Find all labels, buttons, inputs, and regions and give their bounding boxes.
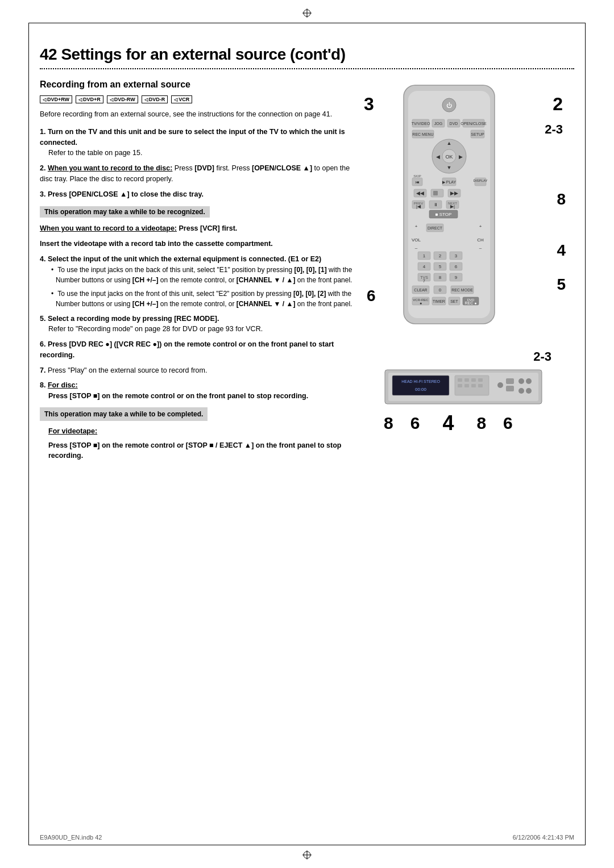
step-1-text: Turn on the TV and this unit and be sure… [40,128,345,147]
svg-text:OK: OK [445,154,453,160]
svg-text:7: 7 [423,279,425,283]
badge-dvdr2-icon: ◁ [144,97,148,102]
badge-dvdr-label: DVD+R [83,97,101,102]
svg-rect-108 [478,384,483,387]
step-2-number: 2. [40,164,48,172]
step-7-number: 7. [40,366,48,374]
panel-num-8b: 8 [476,414,486,433]
svg-text:HEAD HI-FI STEREO: HEAD HI-FI STEREO [401,379,440,383]
intro-text: Before recording from an external source… [40,109,364,120]
svg-rect-102 [464,378,469,382]
step-3c: Insert the videotape with a record tab i… [40,239,364,249]
badge-dvdr2-label: DVD-R [149,97,165,102]
left-column: Recording from an external source ◁ DVD+… [40,80,364,466]
svg-text:3: 3 [455,253,458,258]
step-3b: When you want to record to a videotape: … [40,223,364,234]
step-4: 4. Select the input of the unit which th… [40,254,364,309]
svg-text:OPEN/CLOSE: OPEN/CLOSE [460,122,487,126]
remote-svg: ⏻ TV/VIDEO JOG DVD OPEN/CLOSE REC MENU S… [387,82,512,332]
badge-vcr: ◁ VCR [171,95,192,103]
badge-dvdr2: ◁ DVD-R [142,95,168,103]
svg-text:DIRECT: DIRECT [428,226,443,230]
svg-rect-106 [464,384,469,387]
step-6: 6. Press [DVD REC ●] ([VCR REC ●]) on th… [40,339,364,361]
step-2: 2. When you want to record to the disc: … [40,163,364,185]
reg-mark-bottom [302,850,312,859]
svg-text:+: + [415,224,418,229]
footer-right: 6/12/2006 4:21:43 PM [513,834,574,841]
svg-text:●: ● [420,301,422,305]
step-4-bullet-1: To use the input jacks on the back of th… [51,265,364,285]
svg-text:◀◀: ◀◀ [416,190,424,196]
step-7-text: Press "Play" on the external source to r… [48,366,208,374]
svg-point-113 [526,378,532,384]
svg-text:9: 9 [455,275,458,280]
reg-mark-top [302,9,312,18]
step-8-for-disc: For disc: [48,381,78,389]
panel-label-2-3: 2-3 [381,349,551,364]
svg-text:SKIP: SKIP [413,174,421,178]
svg-rect-103 [471,378,476,382]
format-badges: ◁ DVD+RW ◁ DVD+R ◁ DVD-RW ◁ DVD-R ◁ VC [40,95,364,103]
panel-numbers-row: 8 6 4 8 6 [384,411,557,435]
remote-num-4: 4 [557,241,566,260]
svg-rect-110 [506,378,514,384]
svg-text:■ STOP: ■ STOP [435,212,452,217]
svg-point-114 [518,388,524,394]
svg-text:▶ PLAY: ▶ PLAY [442,180,457,184]
step-4-bullet-2: To use the input jacks on the front of t… [51,289,364,309]
remote-num-3: 3 [364,94,374,115]
panel-num-6a: 6 [410,414,420,433]
step-8-disc-text: Press [STOP ■] on the remote control or … [48,391,364,402]
svg-rect-105 [458,384,462,387]
badge-dvdrw2-label: DVD-RW [114,97,135,102]
step-1-number: 1. [40,128,48,136]
badge-dvdrw-icon: ◁ [43,97,46,102]
panel-num-4: 4 [442,411,454,435]
svg-point-112 [518,378,524,384]
step-5-bold-text: Select a recording mode by pressing [REC… [48,315,219,323]
footer-left: E9A90UD_EN.indb 42 [40,834,102,841]
step-3-text: Press [OPEN/CLOSE ▲] to close the disc t… [48,190,204,198]
svg-text:5: 5 [439,264,442,269]
content-area: Recording from an external source ◁ DVD+… [40,74,574,466]
step-4-bold-text: Select the input of the unit which the e… [48,255,321,263]
panel-num-6b: 6 [503,414,513,433]
step-2-bold-prefix: When you want to record to the disc: [48,164,172,172]
svg-rect-39 [433,191,438,195]
front-panel-svg: HEAD HI-FI STEREO 00:00 [384,367,543,407]
svg-text:DISPLAY: DISPLAY [474,179,488,182]
svg-point-115 [526,388,532,394]
svg-text:TV/VIDEO: TV/VIDEO [412,122,430,126]
svg-text:CH: CH [477,237,484,243]
badge-vcr-label: VCR [179,97,189,102]
svg-rect-107 [471,384,476,387]
step-8-videotape-label: For videotape: [48,426,364,437]
svg-text:REC ●: REC ● [465,301,477,305]
svg-text:4: 4 [423,264,426,269]
svg-text:◀: ◀ [436,154,440,160]
remote-num-6: 6 [367,287,376,305]
remote-num-2-3: 2-3 [545,122,563,137]
svg-text:▶▶: ▶▶ [450,190,458,196]
step-5: 5. Select a recording mode by pressing [… [40,314,364,335]
section-heading: Recording from an external source [40,80,364,90]
svg-text:DVD: DVD [450,122,458,126]
svg-text:⏮: ⏮ [416,180,420,184]
step-4-number: 4. [40,255,48,263]
svg-text:▲: ▲ [447,140,452,146]
svg-text:1: 1 [423,253,426,258]
step-3: 3. Press [OPEN/CLOSE ▲] to close the dis… [40,189,364,200]
badge-dvdrw-label: DVD+RW [47,97,69,102]
svg-text:▶|: ▶| [450,204,455,209]
step-5-sub: Refer to "Recording mode" on page 28 for… [48,324,364,335]
svg-text:⏸: ⏸ [433,202,438,207]
remote-num-5: 5 [557,276,566,294]
svg-text:JOG: JOG [434,122,442,126]
svg-text:SET: SET [450,299,458,303]
svg-text:|◀: |◀ [416,204,421,209]
step-1: 1. Turn on the TV and this unit and be s… [40,127,364,158]
step-5-number: 5. [40,315,48,323]
svg-text:VOL: VOL [412,237,421,243]
badge-dvdrw: ◁ DVD+RW [40,95,72,103]
